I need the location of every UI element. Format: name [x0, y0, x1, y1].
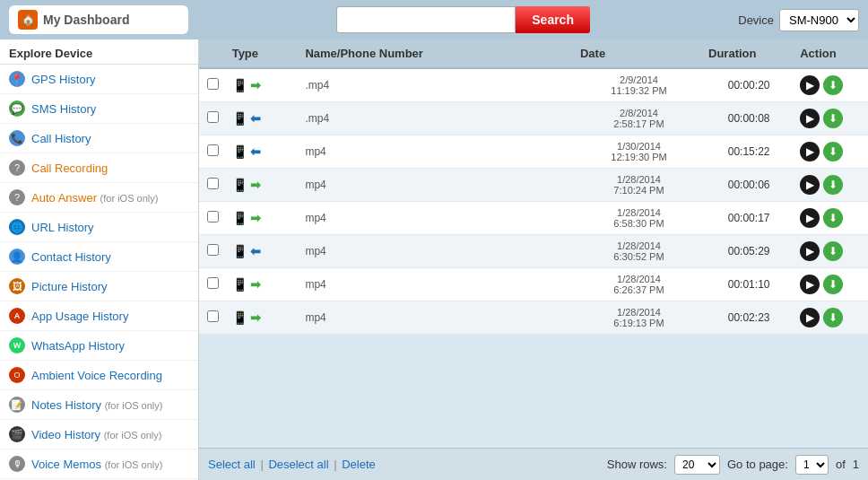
direction-arrow-icon: ➡: [250, 211, 261, 225]
sidebar-item-picture[interactable]: 🖼 Picture History: [0, 272, 198, 301]
download-button[interactable]: ⬇: [823, 75, 843, 95]
sidebar-item-gps[interactable]: 📍 GPS History: [0, 65, 198, 94]
app-icon: A: [9, 308, 25, 324]
row-name-cell: mp4: [299, 268, 575, 301]
row-type-cell: 📱 ➡: [227, 268, 300, 301]
download-button[interactable]: ⬇: [823, 208, 843, 228]
action-buttons: ▶ ⬇: [800, 208, 863, 228]
play-button[interactable]: ▶: [800, 275, 820, 294]
sidebar-item-label-call: Call History: [31, 132, 91, 145]
sidebar-item-sms[interactable]: 💬 SMS History: [0, 94, 198, 124]
row-duration-cell: 00:00:06: [703, 169, 794, 202]
show-rows-select[interactable]: 10 20 50 100: [674, 455, 720, 475]
sidebar-item-whatsapp[interactable]: W WhatsApp History: [0, 331, 198, 361]
row-action-cell: ▶ ⬇: [794, 301, 868, 335]
search-input[interactable]: [336, 6, 516, 33]
download-button[interactable]: ⬇: [823, 275, 843, 294]
row-checkbox[interactable]: [207, 277, 219, 289]
row-checkbox-cell: [199, 268, 227, 301]
type-icons: 📱 ➡: [232, 211, 295, 225]
sidebar-item-autoanswer[interactable]: ? Auto Answer (for iOS only): [0, 183, 198, 213]
row-duration-cell: 00:05:29: [703, 235, 794, 268]
row-duration-cell: 00:01:10: [703, 268, 794, 301]
row-checkbox[interactable]: [207, 111, 219, 123]
play-button[interactable]: ▶: [800, 109, 820, 128]
row-duration-cell: 00:00:20: [703, 68, 794, 102]
row-checkbox[interactable]: [207, 178, 219, 189]
play-button[interactable]: ▶: [800, 308, 820, 327]
row-action-cell: ▶ ⬇: [794, 169, 868, 202]
table-container: Type Name/Phone Number Date Duration Act…: [199, 39, 868, 448]
sidebar-item-callrec[interactable]: ? Call Recording: [0, 153, 198, 183]
direction-arrow-icon: ➡: [250, 178, 261, 192]
play-button[interactable]: ▶: [800, 75, 820, 95]
table-row: 📱 ➡ mp4 1/28/20146:58:30 PM 00:00:17 ▶ ⬇: [199, 202, 868, 235]
row-checkbox-cell: [199, 135, 227, 169]
sidebar-item-url[interactable]: 🌐 URL History: [0, 213, 198, 242]
type-icons: 📱 ⬅: [232, 144, 295, 159]
row-checkbox[interactable]: [207, 78, 219, 90]
row-checkbox[interactable]: [207, 144, 219, 156]
footer: Select all | Deselect all | Delete Show …: [199, 448, 868, 480]
device-select[interactable]: SM-N900: [779, 9, 859, 31]
row-checkbox[interactable]: [207, 310, 219, 322]
type-icons: 📱 ➡: [232, 78, 295, 92]
go-to-page-select[interactable]: 1: [795, 455, 829, 475]
sidebar-item-label-video: Video History (for iOS only): [31, 428, 161, 441]
play-button[interactable]: ▶: [800, 175, 820, 195]
row-type-cell: 📱 ➡: [227, 169, 300, 202]
play-button[interactable]: ▶: [800, 142, 820, 161]
play-button[interactable]: ▶: [800, 208, 820, 228]
select-all-link[interactable]: Select all: [208, 458, 256, 471]
sidebar-item-label-gps: GPS History: [31, 73, 96, 86]
action-buttons: ▶ ⬇: [800, 142, 863, 161]
logo-text: My Dashboard: [43, 13, 129, 27]
whatsapp-icon: W: [9, 337, 25, 353]
col-header-date: Date: [575, 39, 703, 68]
col-header-type: Type: [227, 39, 300, 68]
video-icon: 🎬: [9, 426, 25, 442]
sidebar-item-app[interactable]: A App Usage History: [0, 301, 198, 331]
row-type-cell: 📱 ⬅: [227, 135, 300, 169]
row-duration-cell: 00:00:17: [703, 202, 794, 235]
sidebar-item-contact[interactable]: 👤 Contact History: [0, 242, 198, 272]
row-checkbox[interactable]: [207, 211, 219, 223]
col-header-duration: Duration: [703, 39, 794, 68]
sidebar-item-ambient[interactable]: O Ambient Voice Recording: [0, 361, 198, 390]
search-button[interactable]: Search: [516, 6, 590, 33]
row-name-cell: .mp4: [299, 102, 575, 135]
gps-icon: 📍: [9, 71, 25, 87]
row-checkbox[interactable]: [207, 244, 219, 256]
download-button[interactable]: ⬇: [823, 142, 843, 161]
autoanswer-icon: ?: [9, 189, 25, 205]
download-button[interactable]: ⬇: [823, 241, 843, 261]
table-header-row: Type Name/Phone Number Date Duration Act…: [199, 39, 868, 68]
sidebar-item-video[interactable]: 🎬 Video History (for iOS only): [0, 420, 198, 449]
type-icons: 📱 ➡: [232, 277, 295, 292]
direction-arrow-icon: ⬅: [250, 111, 261, 126]
row-action-cell: ▶ ⬇: [794, 202, 868, 235]
play-button[interactable]: ▶: [800, 241, 820, 261]
sidebar-item-notes[interactable]: 📝 Notes History (for iOS only): [0, 390, 198, 420]
sms-icon: 💬: [9, 100, 25, 117]
row-checkbox-cell: [199, 301, 227, 335]
row-date-cell: 1/28/20146:58:30 PM: [575, 202, 703, 235]
download-button[interactable]: ⬇: [823, 175, 843, 195]
call-icon: 📞: [9, 130, 25, 146]
download-button[interactable]: ⬇: [823, 109, 843, 128]
delete-link[interactable]: Delete: [342, 458, 376, 471]
row-checkbox-cell: [199, 102, 227, 135]
direction-arrow-icon: ⬅: [250, 244, 261, 258]
deselect-all-link[interactable]: Deselect all: [268, 458, 328, 471]
ambient-icon: O: [9, 367, 25, 383]
sidebar-section: Explore Device: [0, 39, 198, 65]
sidebar-item-label-voice: Voice Memos (for iOS only): [31, 458, 162, 471]
dashboard-icon: 🏠: [18, 10, 38, 30]
download-button[interactable]: ⬇: [823, 308, 843, 327]
table-row: 📱 ➡ mp4 1/28/20147:10:24 PM 00:00:06 ▶ ⬇: [199, 169, 868, 202]
action-buttons: ▶ ⬇: [800, 241, 863, 261]
sidebar-item-call[interactable]: 📞 Call History: [0, 124, 198, 153]
sidebar-item-voice[interactable]: 🎙 Voice Memos (for iOS only): [0, 449, 198, 479]
row-type-cell: 📱 ➡: [227, 68, 300, 102]
row-duration-cell: 00:15:22: [703, 135, 794, 169]
